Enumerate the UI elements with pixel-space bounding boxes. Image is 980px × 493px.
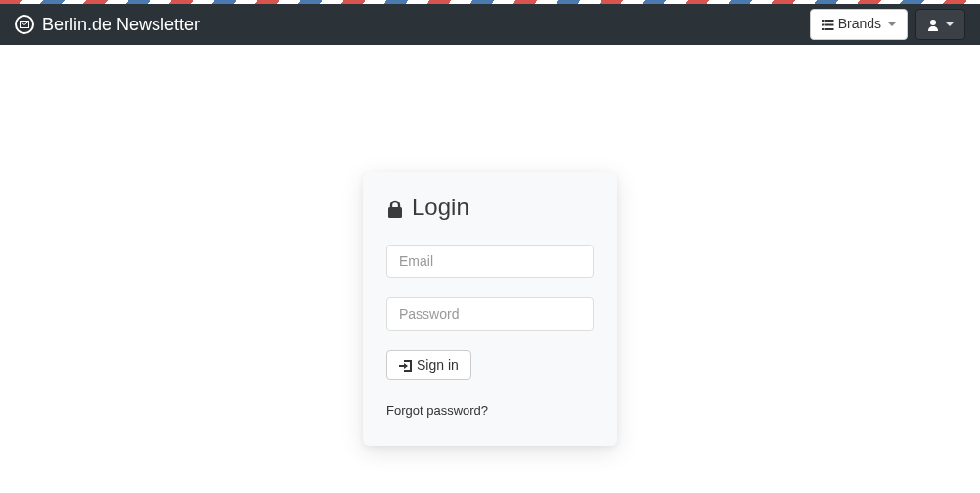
brands-button-label: Brands: [838, 15, 881, 34]
svg-rect-6: [824, 28, 833, 30]
email-field[interactable]: [386, 245, 594, 278]
forgot-password-link[interactable]: Forgot password?: [386, 403, 488, 418]
sign-in-icon: [399, 357, 412, 373]
list-icon: [822, 15, 834, 34]
brands-dropdown-button[interactable]: Brands: [810, 9, 908, 40]
svg-rect-5: [822, 28, 824, 30]
caret-down-icon: [888, 22, 896, 26]
svg-rect-2: [824, 20, 833, 22]
brand-title: Berlin.de Newsletter: [42, 15, 200, 35]
brand-link[interactable]: Berlin.de Newsletter: [15, 15, 200, 35]
login-card: Login Sign in Forgot password?: [363, 172, 617, 446]
sign-in-label: Sign in: [417, 357, 459, 373]
lock-icon: [386, 194, 404, 221]
user-icon: [927, 15, 939, 34]
svg-rect-8: [388, 207, 402, 218]
login-heading: Login: [386, 194, 594, 221]
navbar: Berlin.de Newsletter Brands: [0, 4, 980, 45]
caret-down-icon: [946, 22, 954, 26]
sign-in-button[interactable]: Sign in: [386, 350, 471, 380]
user-dropdown-button[interactable]: [915, 9, 965, 40]
envelope-circle-icon: [15, 15, 34, 34]
svg-rect-1: [822, 20, 824, 22]
svg-rect-4: [824, 24, 833, 26]
login-heading-text: Login: [412, 194, 469, 221]
navbar-right: Brands: [810, 9, 965, 40]
svg-point-7: [930, 20, 936, 25]
svg-rect-3: [822, 24, 824, 26]
password-field[interactable]: [386, 297, 594, 331]
